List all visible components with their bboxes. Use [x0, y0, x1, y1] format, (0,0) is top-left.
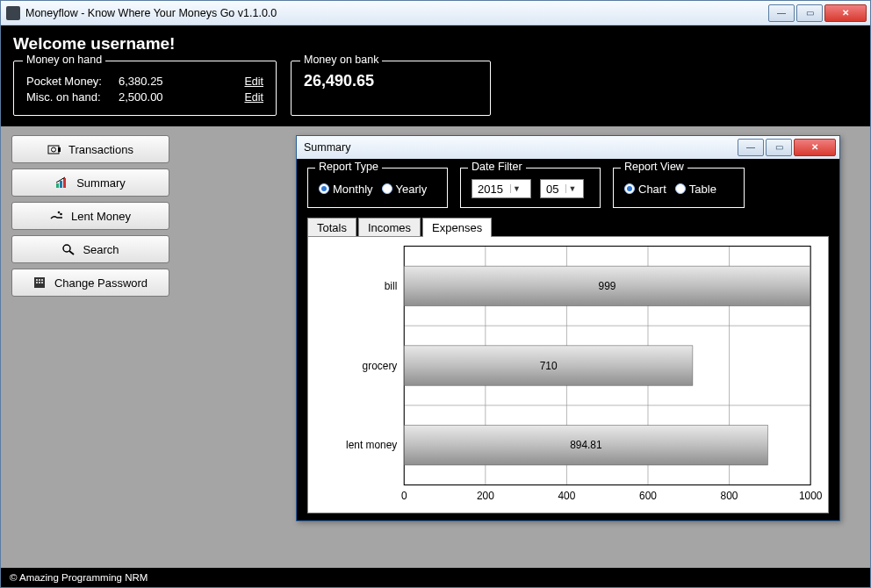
nav-search-label: Search — [83, 243, 119, 256]
window-title: Moneyflow - Know Where Your Moneys Go v1… — [25, 7, 768, 19]
nav-summary-label: Summary — [76, 176, 126, 190]
summary-minimize-button[interactable]: — — [738, 139, 764, 156]
pocket-money-row: Pocket Money: 6,380.25 Edit — [26, 75, 263, 88]
svg-text:lent money: lent money — [346, 439, 398, 451]
svg-rect-16 — [41, 282, 43, 283]
radio-monthly[interactable]: Monthly — [319, 183, 373, 196]
keypad-icon — [33, 276, 47, 289]
date-filter-legend: Date Filter — [468, 161, 526, 173]
nav-summary[interactable]: Summary — [11, 169, 169, 197]
misc-on-hand-row: Misc. on hand: 2,500.00 Edit — [26, 90, 263, 104]
radio-monthly-label: Monthly — [333, 183, 373, 196]
nav-lent-money[interactable]: Lent Money — [11, 202, 169, 230]
svg-text:999: 999 — [599, 280, 616, 292]
summary-close-button[interactable]: ✕ — [794, 139, 836, 156]
pocket-money-value: 6,380.25 — [119, 75, 198, 88]
summary-tabs: Totals Incomes Expenses — [307, 217, 829, 236]
svg-rect-3 — [56, 183, 59, 188]
bank-amount: 26,490.65 — [304, 72, 478, 90]
tab-totals[interactable]: Totals — [307, 218, 356, 237]
bar-chart-icon — [55, 176, 69, 189]
search-icon — [61, 243, 76, 255]
svg-text:0: 0 — [401, 490, 407, 502]
sidebar: Transactions Summary Lent Money Search C… — [11, 135, 169, 561]
svg-text:894.81: 894.81 — [570, 439, 602, 451]
nav-password-label: Change Password — [54, 276, 148, 290]
svg-point-1 — [52, 147, 56, 152]
summary-titlebar[interactable]: Summary — ▭ ✕ — [297, 136, 839, 159]
money-on-hand-legend: Money on hand — [23, 54, 105, 66]
misc-value: 2,500.00 — [119, 90, 198, 104]
tab-incomes[interactable]: Incomes — [358, 218, 421, 237]
svg-text:600: 600 — [639, 490, 657, 502]
nav-search[interactable]: Search — [11, 235, 169, 263]
report-view-legend: Report View — [621, 161, 687, 173]
svg-text:200: 200 — [477, 490, 494, 502]
report-type-group: Report Type Monthly Yearly — [307, 168, 448, 208]
radio-chart-label: Chart — [638, 183, 666, 196]
radio-dot-icon — [675, 183, 686, 194]
radio-table-label: Table — [689, 183, 716, 196]
nav-change-password[interactable]: Change Password — [11, 269, 169, 297]
radio-chart[interactable]: Chart — [624, 183, 666, 196]
svg-rect-4 — [60, 181, 62, 188]
svg-rect-11 — [36, 279, 38, 281]
svg-rect-15 — [39, 282, 40, 283]
tab-expenses[interactable]: Expenses — [422, 218, 492, 237]
radio-dot-icon — [624, 183, 635, 194]
svg-point-7 — [60, 213, 62, 216]
month-value: 05 — [546, 183, 558, 196]
svg-text:800: 800 — [721, 490, 738, 502]
main-close-button[interactable]: ✕ — [824, 4, 867, 22]
svg-rect-0 — [48, 146, 59, 154]
svg-rect-12 — [39, 279, 40, 281]
report-view-group: Report View Chart Table — [613, 168, 745, 208]
chevron-down-icon: ▼ — [565, 184, 578, 193]
radio-yearly-label: Yearly — [396, 183, 428, 196]
svg-text:bill: bill — [385, 280, 398, 292]
svg-text:grocery: grocery — [363, 359, 399, 371]
month-combo[interactable]: 05▼ — [540, 179, 584, 198]
nav-transactions-label: Transactions — [68, 143, 133, 156]
svg-rect-2 — [58, 147, 61, 152]
money-on-bank-group: Money on bank 26,490.65 — [291, 61, 491, 116]
app-icon — [6, 6, 20, 20]
chart-area: 02004006008001000bill999grocery710lent m… — [307, 236, 829, 513]
report-type-legend: Report Type — [315, 161, 382, 173]
svg-rect-14 — [36, 282, 38, 283]
svg-text:1000: 1000 — [799, 490, 823, 502]
workspace: Summary — ▭ ✕ Report Type Monthly — [182, 135, 860, 561]
money-on-hand-group: Money on hand Pocket Money: 6,380.25 Edi… — [13, 61, 277, 116]
nav-transactions[interactable]: Transactions — [11, 135, 169, 163]
radio-dot-icon — [382, 183, 392, 194]
nav-lent-label: Lent Money — [71, 210, 131, 223]
money-on-bank-legend: Money on bank — [300, 54, 382, 66]
main-minimize-button[interactable]: — — [768, 4, 795, 22]
main-titlebar[interactable]: Moneyflow - Know Where Your Moneys Go v1… — [1, 1, 870, 25]
svg-text:400: 400 — [558, 490, 575, 502]
svg-line-9 — [69, 251, 74, 255]
svg-rect-5 — [63, 178, 66, 188]
pocket-money-label: Pocket Money: — [26, 75, 119, 88]
misc-label: Misc. on hand: — [26, 90, 119, 104]
misc-edit-link[interactable]: Edit — [244, 91, 263, 104]
svg-text:710: 710 — [540, 359, 558, 371]
welcome-heading: Welcome username! — [1, 25, 870, 61]
svg-point-8 — [63, 245, 70, 252]
main-window: Moneyflow - Know Where Your Moneys Go v1… — [0, 0, 871, 588]
radio-yearly[interactable]: Yearly — [382, 183, 428, 196]
svg-point-6 — [58, 212, 61, 214]
footer-text: © Amazing Programming NRM — [1, 568, 870, 587]
radio-dot-icon — [319, 183, 329, 194]
summary-maximize-button[interactable]: ▭ — [766, 139, 792, 156]
year-value: 2015 — [478, 183, 503, 196]
chevron-down-icon: ▼ — [510, 184, 522, 193]
main-maximize-button[interactable]: ▭ — [796, 4, 823, 22]
radio-table[interactable]: Table — [675, 183, 716, 196]
year-combo[interactable]: 2015▼ — [471, 179, 531, 198]
date-filter-group: Date Filter 2015▼ 05▼ — [460, 168, 601, 208]
pocket-money-edit-link[interactable]: Edit — [244, 75, 263, 88]
summary-window: Summary — ▭ ✕ Report Type Monthly — [296, 135, 840, 521]
camera-icon — [47, 143, 61, 155]
summary-window-title: Summary — [304, 141, 738, 154]
